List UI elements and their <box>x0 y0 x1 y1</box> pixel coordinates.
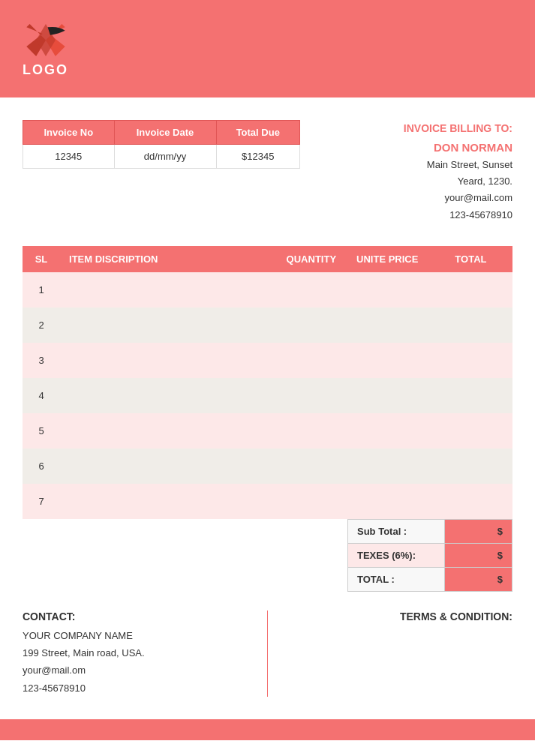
invoice-no-value: 12345 <box>23 145 115 169</box>
table-row: 7 <box>23 484 512 519</box>
row-sl: 1 <box>23 272 60 308</box>
row-price <box>346 378 429 413</box>
billing-title: INVOICE BILLING TO: <box>404 120 512 138</box>
table-row: 2 <box>23 308 512 343</box>
total-label: TOTAL : <box>348 567 445 591</box>
billing-info: INVOICE BILLING TO: DON NORMAN Main Stre… <box>404 120 512 224</box>
row-qty <box>277 448 346 484</box>
table-row: 5 <box>23 413 512 448</box>
subtotal-value: $ <box>445 519 512 543</box>
logo-icon <box>23 20 68 61</box>
footer-info: CONTACT: YOUR COMPANY NAME 199 Street, M… <box>0 592 535 705</box>
tax-label: TEXES (6%): <box>348 543 445 567</box>
row-sl: 5 <box>23 413 60 448</box>
invoice-no-header: Invoice No <box>23 121 115 145</box>
contact-phone: 123-45678910 <box>23 680 245 697</box>
billing-address2: Yeard, 1230. <box>404 173 512 190</box>
invoice-table-wrapper: Invoice No Invoice Date Total Due 12345 … <box>23 120 404 224</box>
row-desc <box>60 272 277 308</box>
row-price <box>346 272 429 308</box>
row-desc <box>60 484 277 519</box>
invoice-date-header: Invoice Date <box>114 121 216 145</box>
table-row: 6 <box>23 448 512 484</box>
col-header-price: UNITE PRICE <box>346 246 429 272</box>
row-sl: 7 <box>23 484 60 519</box>
row-desc <box>60 343 277 378</box>
totals-section: Sub Total : $ TEXES (6%): $ TOTAL : $ <box>0 519 535 592</box>
billing-address1: Main Street, Sunset <box>404 157 512 173</box>
row-desc <box>60 378 277 413</box>
total-value: $ <box>445 567 512 591</box>
row-sl: 4 <box>23 378 60 413</box>
row-price <box>346 413 429 448</box>
total-due-value: $12345 <box>216 145 299 169</box>
row-total <box>429 272 512 308</box>
row-price <box>346 448 429 484</box>
row-total <box>429 448 512 484</box>
divider <box>267 610 268 698</box>
row-sl: 2 <box>23 308 60 343</box>
logo-text: LOGO <box>23 62 68 78</box>
col-header-desc: ITEM DISCRIPTION <box>60 246 277 272</box>
row-qty <box>277 343 346 378</box>
totals-table: Sub Total : $ TEXES (6%): $ TOTAL : $ <box>347 519 512 592</box>
table-row: 4 <box>23 378 512 413</box>
table-row: 1 <box>23 272 512 308</box>
info-section: Invoice No Invoice Date Total Due 12345 … <box>0 105 535 238</box>
billing-email: your@mail.com <box>404 190 512 206</box>
terms-title: TERMS & CONDITION: <box>290 610 512 622</box>
row-total <box>429 413 512 448</box>
contact-address: 199 Street, Main road, USA. <box>23 644 245 662</box>
row-qty <box>277 484 346 519</box>
row-desc <box>60 413 277 448</box>
items-section: SL ITEM DISCRIPTION QUANTITY UNITE PRICE… <box>0 238 535 519</box>
col-header-qty: QUANTITY <box>277 246 346 272</box>
row-total <box>429 343 512 378</box>
row-qty <box>277 378 346 413</box>
row-price <box>346 484 429 519</box>
billing-name: DON NORMAN <box>404 138 512 158</box>
table-row: 3 <box>23 343 512 378</box>
tax-value: $ <box>445 543 512 567</box>
row-price <box>346 343 429 378</box>
header: LOGO <box>0 0 535 98</box>
col-header-total: TOTAL <box>429 246 512 272</box>
row-total <box>429 308 512 343</box>
total-due-header: Total Due <box>216 121 299 145</box>
row-sl: 3 <box>23 343 60 378</box>
logo-area: LOGO <box>23 20 68 78</box>
contact-title: CONTACT: <box>23 610 245 622</box>
contact-company: YOUR COMPANY NAME <box>23 627 245 644</box>
row-desc <box>60 448 277 484</box>
bottom-bar <box>0 719 535 740</box>
invoice-info-table: Invoice No Invoice Date Total Due 12345 … <box>23 120 300 169</box>
items-table: SL ITEM DISCRIPTION QUANTITY UNITE PRICE… <box>23 246 512 519</box>
row-desc <box>60 308 277 343</box>
contact-email: your@mail.om <box>23 662 245 679</box>
subtotal-label: Sub Total : <box>348 519 445 543</box>
terms-section: TERMS & CONDITION: <box>290 610 512 698</box>
row-sl: 6 <box>23 448 60 484</box>
invoice-date-value: dd/mm/yy <box>114 145 216 169</box>
row-qty <box>277 272 346 308</box>
row-price <box>346 308 429 343</box>
row-total <box>429 484 512 519</box>
row-qty <box>277 308 346 343</box>
row-qty <box>277 413 346 448</box>
col-header-sl: SL <box>23 246 60 272</box>
contact-section: CONTACT: YOUR COMPANY NAME 199 Street, M… <box>23 610 245 698</box>
billing-phone: 123-45678910 <box>404 207 512 224</box>
row-total <box>429 378 512 413</box>
